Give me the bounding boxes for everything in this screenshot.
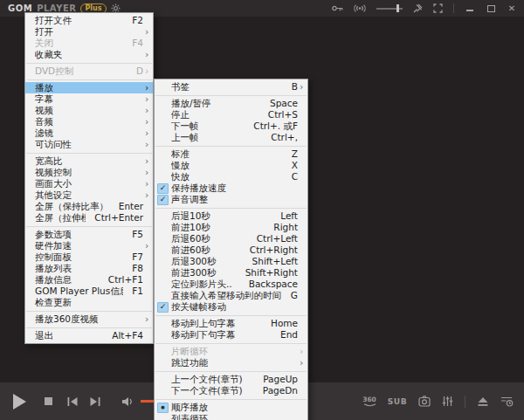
minimize-button[interactable] (465, 3, 475, 14)
menu-item-label: 前进10秒 (171, 222, 210, 233)
menu-item[interactable]: 跳过功能› (155, 357, 307, 368)
menu-item[interactable]: 移动到下句字幕End (155, 329, 307, 341)
menu-item-shortcut: B (283, 81, 300, 93)
menu-item[interactable]: 视频控制› (25, 167, 153, 178)
menu-separator (155, 208, 307, 209)
titlebar-divider (453, 3, 454, 13)
menu-item[interactable]: 标准Z (155, 148, 307, 160)
menu-item-label: 后退300秒 (171, 256, 217, 267)
menu-item[interactable]: 硬件加速› (25, 240, 153, 251)
menu-item[interactable]: 全屏（保持比率）Enter (25, 201, 153, 212)
menu-item[interactable]: 退出Alt+F4 (25, 330, 153, 341)
menu-item[interactable]: 下一帧Ctrl+. 或F (155, 120, 307, 132)
submenu-arrow-icon: › (145, 50, 153, 59)
controlbar-divider (465, 396, 465, 408)
menu-item-label: 可访问性 (35, 139, 72, 150)
menu-item[interactable]: 画面大小› (25, 178, 153, 189)
menu-item[interactable]: 定位到影片头..Backspace (155, 279, 307, 290)
menu-item[interactable]: 前进10秒Right (155, 222, 307, 233)
menu-item[interactable]: 上一帧Ctrl+, (155, 132, 307, 143)
maximize-button[interactable] (486, 3, 496, 14)
menu-item[interactable]: 全屏（拉伸模式）Ctrl+Enter (25, 212, 153, 224)
playlist-button[interactable] (500, 396, 514, 407)
opacity-slider-handle[interactable] (396, 4, 399, 12)
menu-item[interactable]: 下一个文件(章节)PageDn (155, 385, 307, 396)
menu-item[interactable]: 播放360度视频› (25, 313, 153, 325)
menu-item[interactable]: 播放/暂停Space (155, 98, 307, 109)
menu-item[interactable]: 参数选项F5 (25, 229, 153, 240)
menu-item[interactable]: 音频› (25, 116, 153, 127)
menu-item-shortcut: Ctrl+Left (248, 233, 300, 244)
subtitle-button[interactable]: SUB (388, 397, 407, 406)
submenu-arrow-icon: › (145, 66, 153, 76)
menu-item-shortcut: Right (265, 222, 300, 233)
menu-item[interactable]: 控制面板F7 (25, 251, 153, 263)
play-button[interactable] (12, 393, 27, 410)
menu-item[interactable]: 打开文件F2 (25, 15, 153, 26)
menu-item[interactable]: 慢放X (155, 160, 307, 171)
menu-item[interactable]: 宽高比› (25, 155, 153, 167)
broadcast-icon[interactable] (354, 3, 366, 13)
menu-item[interactable]: 可访问性› (25, 139, 153, 150)
volume-icon[interactable] (121, 396, 134, 407)
next-button[interactable] (90, 397, 100, 406)
menu-item-label: DVD控制 (35, 65, 73, 77)
menu-item[interactable]: 直接输入希望移动到的时间G (155, 290, 307, 301)
menu-item[interactable]: 上一个文件(章节)PageUp (155, 374, 307, 385)
opacity-slider[interactable] (376, 4, 403, 12)
menu-item[interactable]: ✓声音调整 (155, 194, 307, 205)
menu-item[interactable]: 后退60秒Ctrl+Left (155, 233, 307, 244)
menu-item[interactable]: 书签B› (155, 81, 307, 93)
menu-item[interactable]: 快放C (155, 171, 307, 182)
menu-item-shortcut: Ctrl+S (259, 109, 300, 120)
menu-item-label: 打开文件 (35, 15, 72, 26)
equalizer-button[interactable] (442, 396, 453, 407)
menu-item-label: 硬件加速 (35, 240, 72, 251)
menu-separator (26, 311, 152, 312)
key-icon[interactable] (332, 3, 343, 13)
menu-item[interactable]: 播放信息Ctrl+F1 (25, 274, 153, 286)
menu-item[interactable]: 后退10秒Left (155, 210, 307, 222)
menu-item-shortcut: PageDn (254, 385, 300, 396)
menu-item[interactable]: 前进60秒Ctrl+Right (155, 244, 307, 256)
context-menu-main: 打开文件F2打开›关闭F4收藏夹›DVD控制D›播放›字幕›视频›音频›滤镜›可… (24, 12, 154, 344)
close-button[interactable]: ✕ (507, 3, 517, 14)
menu-separator (155, 315, 307, 316)
menu-item[interactable]: 打开› (25, 26, 153, 38)
checkmark-icon: ✓ (157, 195, 169, 205)
menu-separator (26, 327, 152, 328)
menu-item[interactable]: 字幕› (25, 93, 153, 105)
submenu-arrow-icon: › (300, 347, 307, 356)
menu-item[interactable]: 播放列表F8 (25, 263, 153, 274)
menu-item-gutter: ✓ (155, 183, 171, 194)
previous-button[interactable] (67, 397, 78, 406)
menu-item[interactable]: 移动到上句字幕Home (155, 318, 307, 329)
view-360-button[interactable]: 360 (362, 396, 376, 407)
menu-item[interactable]: 其他设定› (25, 189, 153, 201)
menu-item[interactable]: 列表循环 (155, 413, 307, 420)
menu-item[interactable]: 检查更新 (25, 297, 153, 308)
menu-item[interactable]: 收藏夹› (25, 49, 153, 60)
menu-item[interactable]: 后退300秒Shift+Left (155, 256, 307, 267)
snapshot-camera-button[interactable] (418, 396, 431, 407)
menu-item[interactable]: 前进300秒Shift+Right (155, 267, 307, 279)
menu-item[interactable]: GOM Player Plus信息F1 (25, 286, 153, 297)
menu-item[interactable]: ●顺序播放 (155, 402, 307, 413)
menu-item[interactable]: 视频› (25, 105, 153, 116)
menu-item-label: 关闭 (35, 38, 53, 49)
menu-item[interactable]: 滤镜› (25, 127, 153, 139)
stop-button[interactable] (45, 397, 52, 405)
eject-button[interactable] (477, 396, 489, 407)
menu-item[interactable]: 播放› (25, 82, 153, 93)
pin-icon[interactable] (413, 3, 423, 13)
menu-item-label: 播放/暂停 (171, 98, 211, 109)
menu-item-label: 播放 (35, 82, 53, 93)
menu-item[interactable]: ✓按关键帧移动 (155, 301, 307, 313)
submenu-arrow-icon: › (145, 140, 153, 149)
menu-item[interactable]: 停止Ctrl+S (155, 109, 307, 120)
menu-item-label: 音频 (35, 116, 53, 127)
menu-item[interactable]: ✓保持播放速度 (155, 182, 307, 194)
context-menu-playback: 书签B›播放/暂停Space停止Ctrl+S下一帧Ctrl+. 或F上一帧Ctr… (154, 79, 308, 420)
menu-item-label: 其他设定 (35, 189, 72, 201)
fullscreen-icon[interactable] (433, 3, 443, 13)
